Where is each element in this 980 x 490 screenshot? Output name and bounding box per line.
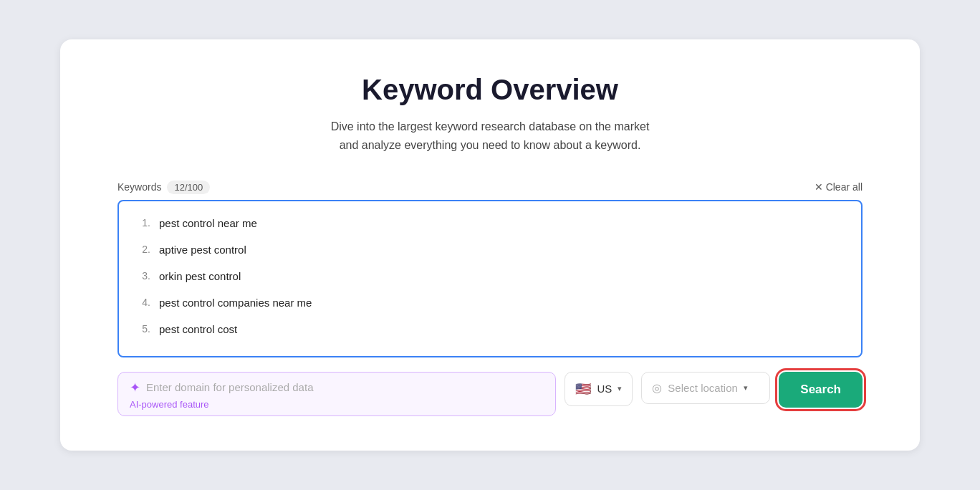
search-button[interactable]: Search bbox=[779, 372, 863, 408]
keywords-list: 1.pest control near me2.aptive pest cont… bbox=[119, 210, 861, 347]
country-code: US bbox=[597, 383, 612, 395]
country-select-button[interactable]: 🇺🇸 US ▾ bbox=[565, 372, 633, 406]
keyword-text: pest control near me bbox=[159, 217, 257, 229]
keyword-number: 2. bbox=[130, 244, 150, 255]
keywords-box: 1.pest control near me2.aptive pest cont… bbox=[117, 200, 863, 357]
domain-input-inner: ✦ bbox=[130, 380, 544, 395]
country-chevron-icon: ▾ bbox=[618, 384, 622, 393]
keyword-item: 3.orkin pest control bbox=[130, 263, 847, 289]
keywords-label: Keywords 12/100 bbox=[117, 181, 210, 194]
clear-all-button[interactable]: ✕ Clear all bbox=[815, 181, 863, 193]
keyword-item: 2.aptive pest control bbox=[130, 236, 847, 263]
location-placeholder: Select location bbox=[668, 382, 738, 394]
keyword-text: pest control companies near me bbox=[159, 297, 312, 309]
clear-all-x: ✕ bbox=[815, 181, 823, 193]
keyword-item: 1.pest control near me bbox=[130, 210, 847, 236]
location-pin-icon: ◎ bbox=[652, 381, 662, 395]
bottom-bar: ✦ AI-powered feature 🇺🇸 US ▾ ◎ Select lo… bbox=[117, 372, 863, 416]
domain-input[interactable] bbox=[146, 381, 544, 393]
keyword-number: 5. bbox=[130, 323, 150, 335]
keyword-text: aptive pest control bbox=[159, 244, 246, 256]
keyword-item: 6.do your own pest control bbox=[130, 342, 847, 347]
main-card: Keyword Overview Dive into the largest k… bbox=[60, 39, 920, 450]
ai-powered-label: AI-powered feature bbox=[130, 399, 209, 410]
keywords-count: 12/100 bbox=[167, 181, 210, 194]
keyword-text: pest control cost bbox=[159, 323, 237, 335]
keyword-number: 3. bbox=[130, 270, 150, 282]
location-select-button[interactable]: ◎ Select location ▾ bbox=[641, 372, 770, 404]
keyword-item: 4.pest control companies near me bbox=[130, 289, 847, 316]
keyword-text: orkin pest control bbox=[159, 270, 241, 282]
page-subtitle: Dive into the largest keyword research d… bbox=[117, 117, 863, 154]
sparkle-icon: ✦ bbox=[130, 380, 140, 395]
flag-icon: 🇺🇸 bbox=[575, 381, 591, 397]
keyword-item: 5.pest control cost bbox=[130, 316, 847, 342]
location-chevron-icon: ▾ bbox=[744, 383, 748, 393]
page-title: Keyword Overview bbox=[117, 74, 863, 106]
domain-input-wrap: ✦ AI-powered feature bbox=[117, 372, 556, 416]
keyword-number: 4. bbox=[130, 297, 150, 308]
keywords-bar: Keywords 12/100 ✕ Clear all bbox=[117, 181, 863, 194]
keyword-number: 1. bbox=[130, 217, 150, 229]
